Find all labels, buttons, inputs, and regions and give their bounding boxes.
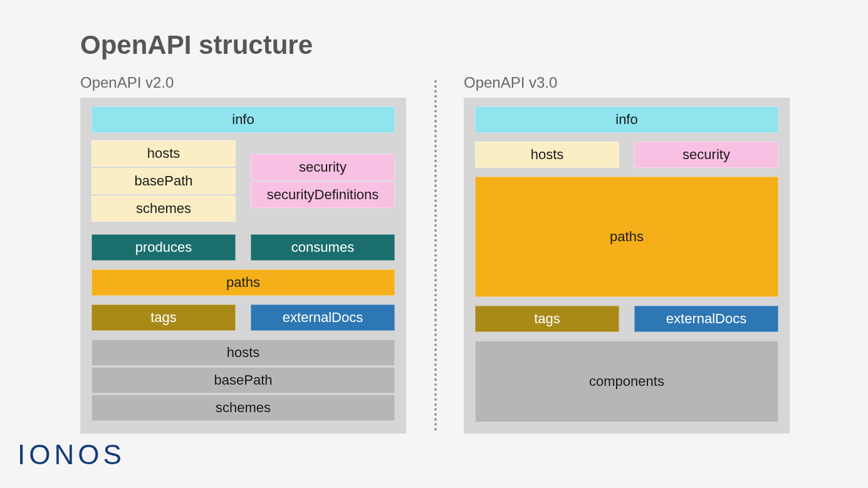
v2-panel: info hosts basePath schemes security sec… [80,98,406,433]
v2-tags-box: tags [92,304,236,331]
v2-consumes-box: consumes [251,234,395,261]
v2-securitydefinitions-box: securityDefinitions [251,182,395,208]
v2-schemes-box: schemes [92,195,236,222]
v2-footer-basepath-box: basePath [92,367,395,393]
ionos-logo: IONOS [18,439,125,470]
v3-components-box: components [475,341,778,422]
diagram-title: OpenAPI structure [80,30,313,60]
v2-basepath-box: basePath [92,168,236,194]
v2-footer-schemes-box: schemes [92,395,395,421]
v2-paths-box: paths [92,269,395,296]
openapi-v3-column: OpenAPI v3.0 info hosts security paths t… [464,74,790,433]
v2-security-box: security [251,154,395,180]
v2-footer-hosts-box: hosts [92,340,395,366]
v2-produces-box: produces [92,234,236,261]
v3-externaldocs-box: externalDocs [634,306,778,332]
v3-heading: OpenAPI v3.0 [464,74,790,91]
v2-heading: OpenAPI v2.0 [80,74,406,91]
v2-hosts-box: hosts [92,140,236,167]
v3-paths-box: paths [475,177,778,297]
v3-info-box: info [475,106,778,133]
v3-tags-box: tags [475,306,619,332]
v3-security-box: security [634,142,778,168]
column-divider [434,80,437,431]
v3-panel: info hosts security paths tags externalD… [464,98,790,433]
v3-hosts-box: hosts [475,142,619,168]
v2-info-box: info [92,106,395,133]
openapi-v2-column: OpenAPI v2.0 info hosts basePath schemes… [80,74,406,433]
v2-externaldocs-box: externalDocs [251,304,395,331]
